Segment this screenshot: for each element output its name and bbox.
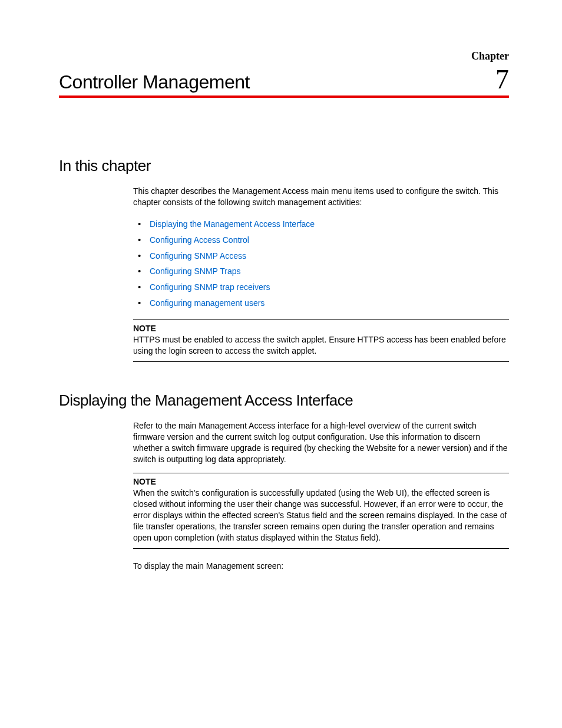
note-block-https: NOTE HTTPS must be enabled to access the… — [133, 319, 509, 362]
list-item: Configuring SNMP Traps — [133, 263, 509, 279]
section-heading-in-this-chapter: In this chapter — [59, 157, 509, 175]
list-item: Configuring SNMP Access — [133, 248, 509, 264]
section2-para2: To display the main Management screen: — [133, 561, 509, 572]
link-configuring-management-users[interactable]: Configuring management users — [150, 298, 265, 308]
note-label: NOTE — [133, 477, 509, 486]
link-configuring-access-control[interactable]: Configuring Access Control — [150, 235, 249, 245]
section1-body: This chapter describes the Management Ac… — [133, 186, 509, 362]
note-text: When the switch's configuration is succe… — [133, 487, 509, 543]
list-item: Displaying the Management Access Interfa… — [133, 216, 509, 232]
link-configuring-snmp-access[interactable]: Configuring SNMP Access — [150, 251, 246, 261]
note-label: NOTE — [133, 324, 509, 333]
chapter-number: 7 — [495, 66, 509, 93]
section2-para1: Refer to the main Management Access inte… — [133, 420, 509, 465]
list-item: Configuring management users — [133, 295, 509, 311]
document-page: Chapter Controller Management 7 In this … — [0, 0, 562, 728]
list-item: Configuring Access Control — [133, 232, 509, 248]
section2-body: Refer to the main Management Access inte… — [133, 420, 509, 572]
link-displaying-management-access[interactable]: Displaying the Management Access Interfa… — [150, 219, 315, 229]
chapter-label-row: Chapter — [59, 50, 509, 62]
chapter-title-row: Controller Management 7 — [59, 66, 509, 98]
chapter-title: Controller Management — [59, 71, 250, 93]
chapter-label: Chapter — [471, 50, 509, 62]
note-block-config-update: NOTE When the switch's configuration is … — [133, 473, 509, 548]
link-configuring-snmp-trap-receivers[interactable]: Configuring SNMP trap receivers — [150, 282, 270, 292]
note-text: HTTPS must be enabled to access the swit… — [133, 334, 509, 357]
link-configuring-snmp-traps[interactable]: Configuring SNMP Traps — [150, 266, 241, 276]
intro-paragraph: This chapter describes the Management Ac… — [133, 186, 509, 208]
list-item: Configuring SNMP trap receivers — [133, 279, 509, 295]
section-heading-displaying-management: Displaying the Management Access Interfa… — [59, 391, 509, 410]
topic-link-list: Displaying the Management Access Interfa… — [133, 216, 509, 311]
